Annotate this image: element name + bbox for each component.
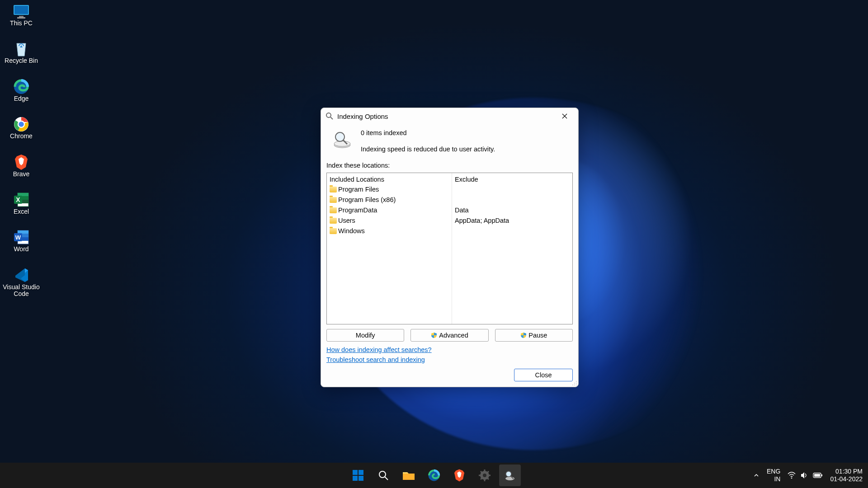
- desktop-icon-label: Brave: [13, 171, 30, 178]
- folder-icon: [330, 187, 337, 192]
- svg-point-32: [574, 385, 575, 385]
- dialog-close-button[interactable]: [555, 109, 575, 123]
- tray-lang-line1: ENG: [767, 468, 780, 475]
- desktop-icon-label: Excel: [14, 208, 29, 215]
- svg-rect-35: [359, 470, 363, 475]
- location-row[interactable]: ProgramData: [330, 206, 449, 216]
- desktop-icon-word[interactable]: W Word: [1, 229, 42, 253]
- volume-icon[interactable]: [800, 472, 808, 479]
- advanced-button[interactable]: Advanced: [410, 329, 488, 342]
- svg-rect-15: [18, 230, 28, 234]
- svg-line-21: [330, 117, 333, 119]
- included-locations-header[interactable]: Included Locations: [330, 175, 449, 185]
- dialog-body: 0 items indexed Indexing speed is reduce…: [321, 124, 578, 387]
- svg-rect-1: [14, 6, 28, 14]
- taskbar-settings[interactable]: [474, 465, 495, 486]
- location-row[interactable]: Users: [330, 216, 449, 226]
- desktop-icon-excel[interactable]: X Excel: [1, 191, 42, 216]
- gear-icon: [478, 469, 491, 482]
- location-row[interactable]: Windows: [330, 226, 449, 237]
- svg-point-30: [576, 385, 577, 385]
- location-name: Users: [338, 216, 355, 225]
- desktop-icon-label: Word: [14, 246, 28, 253]
- tray-chevron-icon[interactable]: [753, 472, 760, 479]
- close-icon: [562, 113, 567, 119]
- desktop-icon-brave[interactable]: Brave: [1, 154, 42, 178]
- exclude-cell: [455, 226, 570, 237]
- tray-clock[interactable]: 01:30 PM 01-04-2022: [830, 468, 863, 483]
- taskbar: ENG IN 01:30 PM 01-04-2022: [0, 463, 868, 488]
- location-row[interactable]: Program Files (x86): [330, 195, 449, 206]
- windows-logo-icon: [352, 469, 364, 482]
- svg-rect-36: [353, 476, 358, 481]
- folder-icon: [330, 218, 337, 224]
- modify-button[interactable]: Modify: [326, 329, 404, 342]
- desktop-icon-label: Visual Studio Code: [2, 284, 41, 298]
- folder-icon: [330, 207, 337, 213]
- exclude-cell: Data: [455, 206, 570, 216]
- items-indexed-count: 0 items indexed: [361, 129, 495, 138]
- exclude-header[interactable]: Exclude: [455, 175, 570, 185]
- desktop-icon-label: Chrome: [10, 133, 33, 140]
- tray-language[interactable]: ENG IN: [767, 468, 780, 483]
- tray-time: 01:30 PM: [835, 468, 863, 475]
- svg-line-39: [385, 477, 388, 480]
- desktop-icon-label: This PC: [10, 20, 33, 27]
- battery-icon[interactable]: [813, 472, 823, 479]
- svg-line-50: [481, 478, 482, 479]
- taskbar-indexing-options[interactable]: [499, 465, 521, 486]
- desktop[interactable]: This PC Recycle Bin Edge Chrome Brave: [0, 0, 868, 488]
- desktop-icon-edge[interactable]: Edge: [1, 78, 42, 103]
- svg-rect-34: [353, 470, 358, 475]
- svg-rect-57: [814, 474, 820, 477]
- svg-line-51: [487, 471, 489, 473]
- pause-button[interactable]: Pause: [495, 329, 573, 342]
- location-name: Program Files: [338, 185, 379, 194]
- svg-rect-2: [19, 16, 24, 17]
- brave-icon: [453, 469, 465, 482]
- indexing-help-link[interactable]: How does indexing affect searches?: [326, 346, 432, 353]
- exclude-cell: [455, 195, 570, 206]
- svg-text:W: W: [15, 234, 21, 241]
- taskbar-center: [347, 465, 521, 486]
- start-button[interactable]: [347, 465, 369, 486]
- desktop-icon-chrome[interactable]: Chrome: [1, 116, 42, 141]
- uac-shield-icon: [520, 332, 527, 338]
- brave-icon: [12, 155, 30, 170]
- taskbar-edge[interactable]: [423, 465, 445, 486]
- taskbar-brave[interactable]: [448, 465, 470, 486]
- dialog-titlebar[interactable]: Indexing Options: [321, 108, 578, 124]
- location-row[interactable]: Program Files: [330, 185, 449, 195]
- uac-shield-icon: [431, 332, 437, 338]
- taskbar-tray: ENG IN 01:30 PM 01-04-2022: [753, 468, 863, 483]
- desktop-icon-vscode[interactable]: Visual Studio Code: [1, 267, 42, 299]
- desktop-icon-this-pc[interactable]: This PC: [1, 3, 42, 28]
- desktop-icon-recycle-bin[interactable]: Recycle Bin: [1, 40, 42, 65]
- locations-label: Index these locations:: [326, 162, 573, 169]
- svg-rect-9: [18, 193, 28, 196]
- location-name: ProgramData: [338, 206, 377, 215]
- monitor-icon: [12, 4, 30, 19]
- svg-line-49: [487, 478, 489, 479]
- indexing-icon: [504, 469, 516, 481]
- taskbar-file-explorer[interactable]: [398, 465, 420, 486]
- svg-rect-40: [403, 474, 415, 480]
- excel-icon: X: [12, 192, 30, 207]
- svg-point-20: [326, 113, 331, 117]
- svg-rect-37: [359, 476, 363, 481]
- svg-rect-58: [821, 474, 822, 476]
- taskbar-search[interactable]: [373, 465, 394, 486]
- troubleshoot-link[interactable]: Troubleshoot search and indexing: [326, 356, 425, 363]
- close-button[interactable]: Close: [514, 369, 573, 381]
- svg-point-31: [574, 383, 575, 384]
- svg-line-48: [481, 471, 482, 473]
- dialog-title: Indexing Options: [337, 113, 555, 120]
- resize-grip-icon[interactable]: [572, 380, 577, 386]
- svg-point-38: [379, 471, 386, 478]
- recycle-bin-icon: [12, 41, 30, 56]
- svg-text:X: X: [16, 196, 20, 203]
- svg-point-33: [572, 385, 573, 385]
- locations-list[interactable]: Included Locations Program Files Program…: [326, 173, 573, 324]
- wifi-icon[interactable]: [788, 472, 796, 479]
- search-icon: [377, 469, 389, 481]
